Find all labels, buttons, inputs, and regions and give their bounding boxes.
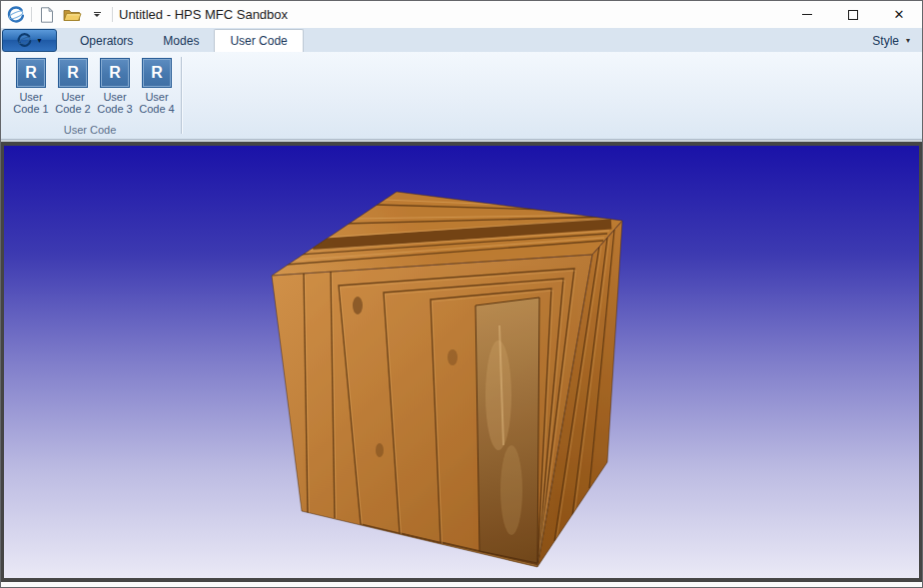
app-menu-dropdown-icon: ▾ [37, 37, 41, 45]
user-code-1-label: User Code 1 [13, 91, 48, 115]
minimize-icon [802, 14, 812, 15]
ribbon-group-caption: User Code [1, 124, 179, 136]
close-button[interactable]: ✕ [876, 1, 922, 28]
user-code-4-icon: R [142, 58, 172, 88]
user-code-4-label: User Code 4 [139, 91, 174, 115]
titlebar-left [1, 1, 113, 28]
style-dropdown[interactable]: Style ▾ [868, 29, 914, 52]
quick-access-dropdown-icon[interactable] [87, 5, 107, 25]
app-logo-icon [6, 5, 26, 25]
style-dropdown-arrow-icon: ▾ [906, 37, 910, 45]
ribbon-tab-row: ▾ Operators Modes User Code Style ▾ [1, 28, 922, 52]
open-folder-icon[interactable] [62, 5, 82, 25]
application-menu-button[interactable]: ▾ [2, 29, 57, 52]
tab-modes[interactable]: Modes [148, 29, 214, 52]
user-code-1-button[interactable]: R User Code 1 [10, 58, 52, 115]
user-code-3-button[interactable]: R User Code 3 [94, 58, 136, 115]
viewport-frame [1, 142, 922, 582]
tab-operators[interactable]: Operators [65, 29, 148, 52]
new-document-icon[interactable] [37, 5, 57, 25]
app-menu-swirl-icon [17, 33, 32, 48]
maximize-icon [848, 10, 858, 20]
ribbon-buttons: R User Code 1 R User Code 2 R [1, 52, 181, 115]
minimize-button[interactable] [784, 1, 830, 28]
user-code-2-icon: R [58, 58, 88, 88]
maximize-button[interactable] [830, 1, 876, 28]
window-title: Untitled - HPS MFC Sandbox [119, 7, 288, 22]
window-controls: ✕ [784, 1, 922, 28]
titlebar: Untitled - HPS MFC Sandbox ✕ [1, 1, 922, 28]
close-icon: ✕ [894, 8, 905, 21]
style-label: Style [872, 34, 899, 48]
wood-cube [272, 192, 622, 569]
tab-user-code[interactable]: User Code [214, 29, 303, 52]
app-window: Untitled - HPS MFC Sandbox ✕ ▾ Operators… [0, 0, 923, 588]
user-code-2-label: User Code 2 [55, 91, 90, 115]
user-code-2-button[interactable]: R User Code 2 [52, 58, 94, 115]
window-bottom-edge [1, 582, 922, 587]
user-code-1-icon: R [16, 58, 46, 88]
ribbon: R User Code 1 R User Code 2 R [1, 52, 922, 140]
user-code-3-icon: R [100, 58, 130, 88]
ribbon-group-user-code: R User Code 1 R User Code 2 R [1, 52, 181, 139]
ribbon-group-separator [181, 57, 182, 134]
user-code-3-label: User Code 3 [97, 91, 132, 115]
user-code-4-button[interactable]: R User Code 4 [136, 58, 178, 115]
titlebar-separator [31, 7, 32, 22]
viewport-3d-canvas[interactable] [4, 146, 919, 578]
titlebar-separator [112, 7, 113, 22]
